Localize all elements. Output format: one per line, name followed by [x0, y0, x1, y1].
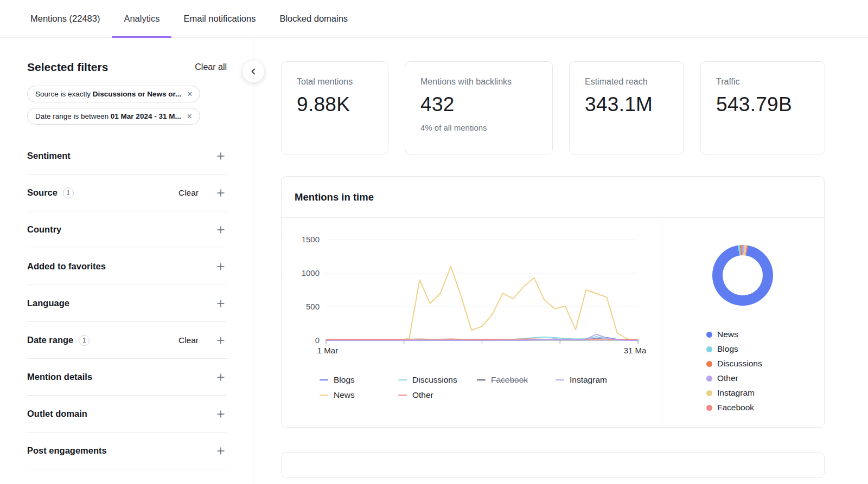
legend-item-instagram[interactable]: Instagram — [556, 375, 634, 385]
expand-plus-icon[interactable] — [215, 445, 227, 457]
legend-dot-swatch — [706, 390, 712, 396]
stat-card-traffic: Traffic543.79B — [700, 61, 825, 154]
legend-item-news[interactable]: News — [320, 390, 398, 400]
filter-section-label: Country — [27, 224, 61, 235]
legend-label: Other — [412, 390, 433, 400]
donut-legend: NewsBlogsDiscussionsOtherInstagramFacebo… — [706, 330, 762, 412]
chevron-left-icon — [250, 68, 257, 75]
stat-value: 432 — [420, 93, 537, 116]
legend-line-swatch — [398, 395, 407, 396]
analytics-main: Total mentions9.88KMentions with backlin… — [254, 38, 868, 484]
expand-plus-icon[interactable] — [215, 187, 227, 199]
legend-line-swatch — [398, 379, 407, 381]
line-chart-area: 0500100015001 Mar31 Mar BlogsDiscussions… — [282, 218, 661, 427]
remove-chip-icon[interactable]: ✕ — [187, 113, 193, 120]
filter-clear-button[interactable]: Clear — [178, 335, 199, 345]
expand-plus-icon[interactable] — [215, 408, 227, 420]
expand-plus-icon[interactable] — [215, 334, 227, 346]
chart-card-header: Mentions in time — [282, 177, 824, 218]
filter-section-added-to-favorites[interactable]: Added to favorites — [27, 248, 227, 285]
selected-filters-title: Selected filters — [27, 61, 108, 74]
filter-section-date-range[interactable]: Date range1Clear — [27, 322, 227, 359]
expand-plus-icon[interactable] — [215, 224, 227, 236]
donut-legend-item-facebook[interactable]: Facebook — [706, 403, 762, 412]
legend-item-blogs[interactable]: Blogs — [320, 375, 398, 385]
tab-mentions[interactable]: Mentions (22483) — [18, 0, 112, 37]
chip-label: Source is exactly Discussions or News or… — [35, 90, 181, 98]
filters-sidebar: Selected filters Clear all Source is exa… — [0, 38, 253, 484]
filter-count-badge: 1 — [79, 335, 90, 346]
legend-line-swatch — [320, 395, 328, 396]
expand-plus-icon[interactable] — [215, 261, 227, 273]
donut-legend-item-blogs[interactable]: Blogs — [706, 344, 762, 354]
donut-legend-label: Facebook — [717, 403, 754, 412]
legend-line-swatch — [320, 379, 328, 381]
filter-section-mention-details[interactable]: Mention details — [27, 359, 227, 396]
sources-donut-chart[interactable] — [712, 245, 773, 306]
donut-area: NewsBlogsDiscussionsOtherInstagramFacebo… — [661, 218, 824, 427]
tab-analytics[interactable]: Analytics — [112, 0, 171, 37]
stat-label: Estimated reach — [585, 77, 668, 87]
donut-legend-label: Other — [717, 373, 738, 383]
filter-section-label: Language — [27, 298, 69, 308]
next-section-card — [281, 452, 825, 478]
stat-label: Traffic — [716, 77, 809, 87]
stat-label: Mentions with backlinks — [420, 77, 537, 87]
legend-line-swatch — [556, 379, 564, 381]
filter-section-label: Added to favorites — [27, 261, 106, 272]
remove-chip-icon[interactable]: ✕ — [187, 91, 193, 98]
legend-dot-swatch — [706, 405, 712, 411]
filter-clear-button[interactable]: Clear — [178, 188, 199, 198]
legend-label: Instagram — [570, 375, 607, 385]
svg-text:1 Mar: 1 Mar — [317, 346, 338, 355]
legend-item-discussions[interactable]: Discussions — [398, 375, 477, 385]
legend-label: Discussions — [412, 375, 457, 385]
stat-card-estimated-reach: Estimated reach343.1M — [569, 61, 684, 154]
chart-card-body: 0500100015001 Mar31 Mar BlogsDiscussions… — [282, 218, 824, 427]
legend-item-other[interactable]: Other — [398, 390, 477, 400]
svg-text:1000: 1000 — [302, 268, 320, 278]
expand-plus-icon[interactable] — [215, 371, 227, 383]
mentions-line-chart[interactable]: 0500100015001 Mar31 Mar — [293, 231, 646, 359]
mentions-in-time-card: Mentions in time 0500100015001 Mar31 Mar… — [281, 176, 825, 428]
filter-section-country[interactable]: Country — [27, 211, 227, 248]
donut-legend-item-instagram[interactable]: Instagram — [706, 388, 762, 398]
stat-card-total-mentions: Total mentions9.88K — [281, 61, 388, 154]
clear-all-button[interactable]: Clear all — [195, 62, 227, 72]
svg-text:500: 500 — [306, 302, 320, 311]
filter-section-sentiment[interactable]: Sentiment — [27, 138, 227, 175]
donut-legend-item-discussions[interactable]: Discussions — [706, 359, 762, 369]
filter-chips: Source is exactly Discussions or News or… — [27, 86, 227, 125]
expand-plus-icon[interactable] — [215, 298, 227, 309]
legend-dot-swatch — [706, 376, 712, 382]
stat-value: 9.88K — [297, 93, 373, 116]
filter-chip[interactable]: Date range is between 01 Mar 2024 - 31 M… — [27, 108, 200, 125]
filter-section-source[interactable]: Source1Clear — [27, 175, 227, 211]
filter-section-label: Post engagements — [27, 446, 107, 456]
filter-chip[interactable]: Source is exactly Discussions or News or… — [27, 86, 200, 102]
donut-legend-item-news[interactable]: News — [706, 330, 762, 339]
donut-legend-label: News — [717, 330, 738, 339]
donut-legend-label: Instagram — [717, 388, 755, 398]
tab-blocked-domains[interactable]: Blocked domains — [267, 0, 360, 37]
filter-section-language[interactable]: Language — [27, 285, 227, 322]
legend-item-facebook[interactable]: Facebook — [477, 375, 556, 385]
top-tab-bar: Mentions (22483) Analytics Email notific… — [0, 0, 868, 38]
legend-line-swatch — [477, 379, 486, 381]
stat-cards-row: Total mentions9.88KMentions with backlin… — [281, 61, 868, 154]
legend-label: Facebook — [491, 375, 528, 385]
filter-section-outlet-domain[interactable]: Outlet domain — [27, 396, 227, 433]
stat-value: 343.1M — [585, 93, 668, 116]
donut-legend-item-other[interactable]: Other — [706, 373, 762, 383]
chart-title: Mentions in time — [295, 191, 811, 203]
stat-card-mentions-with-backlinks: Mentions with backlinks4324% of all ment… — [405, 61, 553, 154]
donut-legend-label: Blogs — [717, 344, 738, 354]
filter-section-label: Date range — [27, 335, 73, 345]
tab-email-notifications[interactable]: Email notifications — [171, 0, 267, 37]
collapse-sidebar-button[interactable] — [242, 61, 264, 82]
line-chart-legend: BlogsDiscussionsFacebookInstagramNewsOth… — [320, 375, 656, 400]
expand-plus-icon[interactable] — [215, 150, 227, 162]
legend-label: Blogs — [334, 375, 355, 385]
legend-dot-swatch — [706, 361, 712, 367]
filter-section-post-engagements[interactable]: Post engagements — [27, 433, 227, 469]
